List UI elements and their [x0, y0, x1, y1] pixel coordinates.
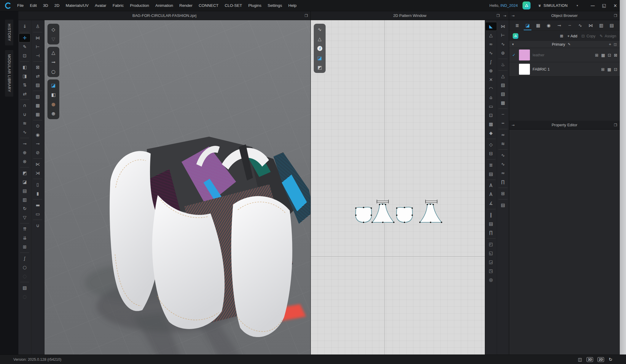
- add-folder-button[interactable]: ⊞: [560, 34, 563, 38]
- trace-pattern-tool[interactable]: ◇: [485, 140, 497, 149]
- menu-plugins[interactable]: Plugins: [248, 3, 261, 8]
- add-section-icon[interactable]: +: [609, 42, 611, 46]
- round-corner-tool[interactable]: ◠: [485, 84, 497, 93]
- wrap-arrangement-tool[interactable]: ▥: [19, 195, 31, 204]
- sew-garment-tool-2[interactable]: ⊢: [32, 42, 44, 51]
- menu-fabric[interactable]: Fabric: [113, 3, 124, 8]
- window-3d-titlebar[interactable]: BAG-FOR-CIRCULAR-FASHION.zprj ❐: [18, 11, 310, 20]
- select-move-tool[interactable]: ✛: [19, 33, 31, 42]
- add-to-pattern-icon[interactable]: ⊞: [601, 67, 605, 72]
- button-place-tool[interactable]: ⊙: [32, 122, 44, 130]
- thick-surface-toggle[interactable]: ◧: [47, 90, 59, 99]
- layer-down-tool[interactable]: ⇊: [19, 234, 31, 242]
- pleat-sew-tool[interactable]: ∏: [485, 228, 497, 237]
- select-box-tool[interactable]: ⊡: [19, 51, 31, 60]
- sew-garment-tool-1[interactable]: ⋈: [32, 33, 44, 42]
- collapse-panel-icon[interactable]: →: [512, 14, 515, 18]
- select-brush-tool[interactable]: ✎: [19, 42, 31, 51]
- viewport-3d[interactable]: ◇ ▽ △: [44, 20, 310, 355]
- texture-garment-alt-tool[interactable]: ▦: [32, 110, 44, 119]
- polygon-tool[interactable]: ⌂: [485, 93, 497, 102]
- fit-avatar-tool[interactable]: ▽: [19, 213, 31, 222]
- mn-sewing-3d-tool[interactable]: ≋: [19, 119, 31, 128]
- elastic-segment-tool[interactable]: ∿: [497, 160, 509, 169]
- fabric-name[interactable]: leather: [533, 53, 592, 57]
- add-fabric-button[interactable]: + Add: [567, 34, 577, 38]
- tab-trim[interactable]: ▥: [597, 21, 606, 30]
- clo-logo[interactable]: [4, 2, 12, 9]
- duplicate-icon[interactable]: ⊡: [608, 53, 611, 58]
- press-tool[interactable]: ♨: [497, 60, 509, 69]
- tab-shirring[interactable]: ∿: [576, 21, 585, 30]
- menu-avatar[interactable]: Avatar: [95, 3, 106, 8]
- shirring-machine-tool[interactable]: ≋: [497, 139, 509, 148]
- texture-garment-tool[interactable]: ▩: [32, 101, 44, 110]
- fabric-roll-tool[interactable]: ▮: [32, 189, 44, 198]
- fabric-name[interactable]: FABRIC 1: [533, 67, 598, 71]
- show-pins-toggle[interactable]: ⊸: [47, 57, 59, 67]
- menu-help[interactable]: Help: [288, 3, 297, 8]
- avatar-skin-toggle[interactable]: ●: [47, 99, 59, 109]
- edit-curvature-tool[interactable]: ∿: [485, 49, 497, 58]
- tape-measure-tool[interactable]: ∫: [19, 254, 31, 263]
- textured-surface-toggle[interactable]: ◪: [47, 80, 59, 90]
- segment-sewing-3d-tool[interactable]: ∩: [19, 101, 31, 110]
- edit-sewing-3d-tool[interactable]: ∿: [19, 128, 31, 137]
- tab-print[interactable]: ⋈: [586, 21, 595, 30]
- reset-pattern-tool[interactable]: ⇅: [19, 81, 31, 90]
- show-3d-mesh-toggle[interactable]: ◇: [47, 25, 59, 34]
- menu-materials-uv[interactable]: Materials/UV: [66, 3, 89, 8]
- fabric-row-leather[interactable]: ✓ leather ⊞ ▦ ⊡ ⊠: [509, 48, 620, 62]
- pattern-piece-gusset-2[interactable]: [420, 204, 442, 222]
- avatar-display-tool[interactable]: ♙: [32, 22, 44, 31]
- pattern-canvas-2d[interactable]: ∿ △ i ◪: [311, 20, 485, 355]
- float-window-icon[interactable]: ❐: [496, 14, 500, 18]
- split-view-icon[interactable]: ◫: [578, 357, 582, 362]
- pin-box-tool[interactable]: ⊕: [19, 148, 31, 157]
- window-2d-titlebar[interactable]: 2D Pattern Window ❐ →: [311, 11, 509, 20]
- collapse-panel-icon[interactable]: →: [512, 123, 515, 127]
- rectangle-tool[interactable]: ▭: [485, 102, 497, 111]
- username-link[interactable]: IND_2024: [500, 3, 518, 8]
- collapse-panel-icon[interactable]: →: [503, 14, 506, 18]
- flatten-segment-tool[interactable]: ◱: [485, 249, 497, 258]
- seam-allowance-tool[interactable]: ≣: [485, 161, 497, 170]
- move-pattern-3d-tool[interactable]: ◨: [19, 72, 31, 81]
- pin-tool[interactable]: ⊸: [19, 139, 31, 148]
- flatten-select-tool[interactable]: ◰: [485, 240, 497, 249]
- pattern-piece-gusset-1[interactable]: [372, 204, 394, 222]
- cut-point-tool[interactable]: ✕: [485, 75, 497, 84]
- minimize-button[interactable]: —: [590, 3, 595, 8]
- dart-tool[interactable]: ◆: [485, 129, 497, 138]
- flip-pattern-tool[interactable]: ⇄: [19, 90, 31, 98]
- restore-button[interactable]: ◱: [602, 3, 606, 8]
- zipper-tool[interactable]: ⋊: [32, 169, 44, 178]
- tab-scene[interactable]: ≣: [513, 21, 522, 30]
- pattern-piece-pocket-2[interactable]: [396, 207, 412, 222]
- edit-curve-toggle[interactable]: ∿: [314, 25, 326, 34]
- delete-icon[interactable]: ⊠: [614, 53, 617, 58]
- fabric-row-fabric-1[interactable]: FABRIC 1 ⊞ ▦ ⊡: [509, 62, 620, 76]
- copy-fabric-button[interactable]: ⊡ Copy: [582, 34, 595, 38]
- grading-tool[interactable]: ▧: [19, 283, 31, 292]
- elastic-select-tool[interactable]: ∿: [497, 151, 509, 160]
- menu-settings[interactable]: Settings: [268, 3, 282, 8]
- clo-set-connect-icon[interactable]: [523, 1, 531, 9]
- outer-fold-tool[interactable]: ◪: [19, 178, 31, 186]
- grading-extra-tool[interactable]: ◌: [19, 292, 31, 301]
- free-sewing-2d-tool[interactable]: ∿: [497, 40, 509, 49]
- sync-refresh-icon[interactable]: ↻: [609, 357, 612, 362]
- texture-grid-icon[interactable]: ▦: [601, 53, 605, 58]
- buttonhole-tool[interactable]: ⊘: [32, 148, 44, 157]
- clone-offset-tool[interactable]: ⊟: [485, 149, 497, 158]
- fabric-roll-select-tool[interactable]: ▯: [32, 180, 44, 189]
- baste-select-tool[interactable]: ┄: [497, 110, 509, 119]
- fabric-swatch[interactable]: [519, 50, 530, 60]
- history-tab[interactable]: HISTORY: [5, 20, 13, 45]
- shirring-wave-tool[interactable]: ≈: [497, 130, 509, 139]
- add-text-tool[interactable]: A: [485, 190, 497, 199]
- collapse-section-icon[interactable]: ▾: [512, 42, 514, 46]
- texture-pattern-tool[interactable]: ▧: [497, 90, 509, 98]
- baste-segment-tool[interactable]: ┅: [497, 119, 509, 128]
- property-editor-header[interactable]: → Property Editor ❐: [509, 121, 620, 130]
